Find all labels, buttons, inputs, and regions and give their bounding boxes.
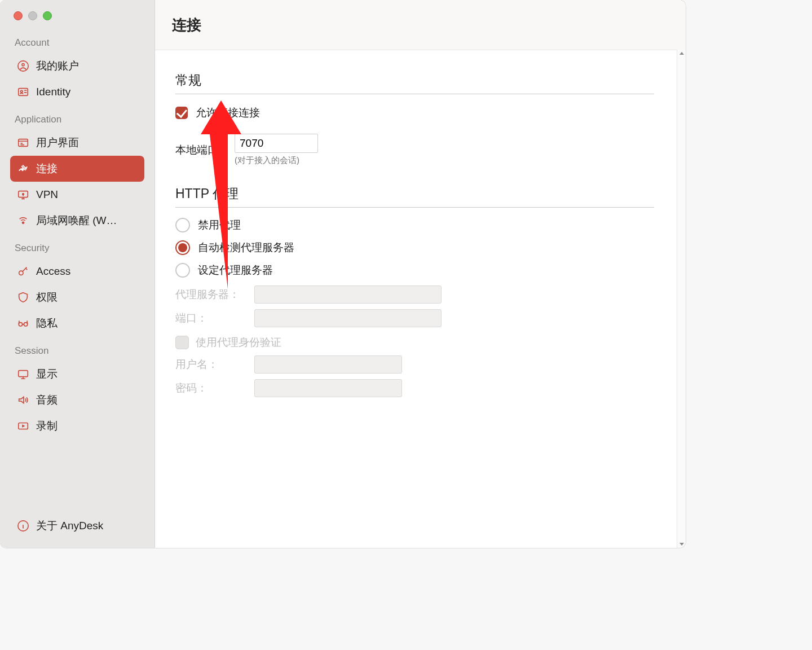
proxy-pass-label: 密码： (175, 381, 249, 396)
sidebar-item-about[interactable]: 关于 AnyDesk (10, 513, 144, 539)
sidebar: Account 我的账户 Identity Application (0, 0, 155, 548)
zoom-window-button[interactable] (43, 11, 52, 20)
svg-point-8 (19, 271, 23, 275)
settings-window: Account 我的账户 Identity Application (0, 0, 686, 548)
proxy-user-label: 用户名： (175, 357, 249, 372)
svg-rect-2 (19, 89, 28, 96)
proxy-radio-disable[interactable] (175, 218, 190, 232)
proxy-auth-label: 使用代理身份验证 (196, 335, 281, 350)
scrollbar[interactable] (677, 50, 686, 548)
svg-rect-11 (19, 371, 28, 377)
proxy-auth-checkbox (175, 336, 189, 349)
local-port-hint: (对于接入的会话) (235, 153, 318, 166)
local-port-input[interactable] (235, 134, 318, 153)
svg-point-3 (20, 90, 23, 93)
svg-point-6 (23, 194, 24, 195)
sidebar-item-record[interactable]: 录制 (10, 413, 144, 439)
proxy-radio-disable-label: 禁用代理 (198, 218, 241, 232)
sidebar-item-label: VPN (36, 188, 58, 201)
sidebar-item-label: 隐私 (36, 316, 58, 331)
sidebar-item-label: 权限 (36, 290, 58, 305)
proxy-server-input (254, 286, 442, 304)
proxy-server-label: 代理服务器： (175, 287, 249, 302)
content-area: 常规 允许直接连接 本地端口： (对于接入的会话) HTTP 代理 禁用代理 (155, 50, 686, 548)
sidebar-item-label: 录制 (36, 419, 58, 433)
sidebar-item-identity[interactable]: Identity (10, 79, 144, 105)
proxy-pass-input (254, 379, 402, 397)
info-icon (17, 520, 29, 532)
glasses-icon (17, 317, 29, 330)
sidebar-section-security: Security (0, 234, 155, 258)
group-general-title: 常规 (175, 72, 654, 94)
page-title: 连接 (172, 15, 201, 35)
sidebar-section-application: Application (0, 105, 155, 130)
group-proxy-title: HTTP 代理 (175, 185, 654, 208)
key-icon (17, 265, 29, 278)
sidebar-item-label: 显示 (36, 367, 58, 381)
sidebar-item-my-account[interactable]: 我的账户 (10, 53, 144, 79)
proxy-port-label: 端口： (175, 311, 249, 326)
sidebar-item-privacy[interactable]: 隐私 (10, 310, 144, 336)
local-port-label: 本地端口： (175, 143, 229, 157)
main-panel: 连接 常规 允许直接连接 本地端口： (对于接入的会话) HTTP 代理 禁用代… (155, 0, 686, 548)
allow-direct-checkbox[interactable] (175, 107, 188, 119)
sidebar-item-access[interactable]: Access (10, 258, 144, 284)
titlebar: 连接 (155, 0, 686, 50)
proxy-radio-manual[interactable] (175, 263, 190, 278)
proxy-port-input (254, 309, 442, 327)
vpn-icon (17, 188, 29, 201)
sidebar-item-audio[interactable]: 音频 (10, 387, 144, 413)
close-window-button[interactable] (14, 11, 23, 20)
wol-icon (17, 214, 29, 227)
sidebar-item-wol[interactable]: 局域网唤醒 (W… (10, 208, 144, 234)
plug-icon (17, 162, 29, 175)
sidebar-item-label: Identity (36, 86, 70, 98)
proxy-fields: 代理服务器： 端口： 使用代理身份验证 用户名： 密码： (175, 286, 654, 397)
proxy-radio-manual-label: 设定代理服务器 (198, 263, 273, 278)
window-controls (0, 0, 155, 28)
shield-icon (17, 291, 29, 304)
audio-icon (17, 394, 29, 406)
display-icon (17, 368, 29, 380)
sidebar-item-label: 关于 AnyDesk (36, 519, 103, 533)
record-icon (17, 420, 29, 432)
sidebar-item-permissions[interactable]: 权限 (10, 284, 144, 310)
sidebar-item-vpn[interactable]: VPN (10, 182, 144, 208)
sidebar-item-ui[interactable]: 用户界面 (10, 130, 144, 156)
svg-point-7 (23, 222, 24, 223)
sidebar-item-label: 连接 (36, 161, 58, 176)
sidebar-item-label: 我的账户 (36, 59, 79, 73)
sidebar-item-connection[interactable]: 连接 (10, 156, 144, 182)
sidebar-item-display[interactable]: 显示 (10, 361, 144, 387)
sidebar-section-session: Session (0, 336, 155, 361)
sidebar-item-label: 局域网唤醒 (W… (36, 213, 117, 228)
sidebar-item-label: 用户界面 (36, 135, 79, 150)
ui-icon (17, 137, 29, 149)
sidebar-item-label: Access (36, 265, 70, 278)
proxy-radio-group: 禁用代理 自动检测代理服务器 设定代理服务器 (175, 218, 654, 278)
proxy-radio-auto-label: 自动检测代理服务器 (198, 240, 294, 255)
proxy-user-input (254, 355, 402, 374)
svg-point-1 (22, 64, 24, 66)
sidebar-section-account: Account (0, 28, 155, 53)
minimize-window-button[interactable] (28, 11, 37, 20)
sidebar-item-label: 音频 (36, 393, 58, 407)
proxy-radio-auto[interactable] (175, 240, 190, 255)
svg-rect-4 (19, 139, 28, 147)
user-circle-icon (17, 60, 29, 72)
allow-direct-label: 允许直接连接 (196, 106, 260, 120)
id-card-icon (17, 86, 29, 98)
